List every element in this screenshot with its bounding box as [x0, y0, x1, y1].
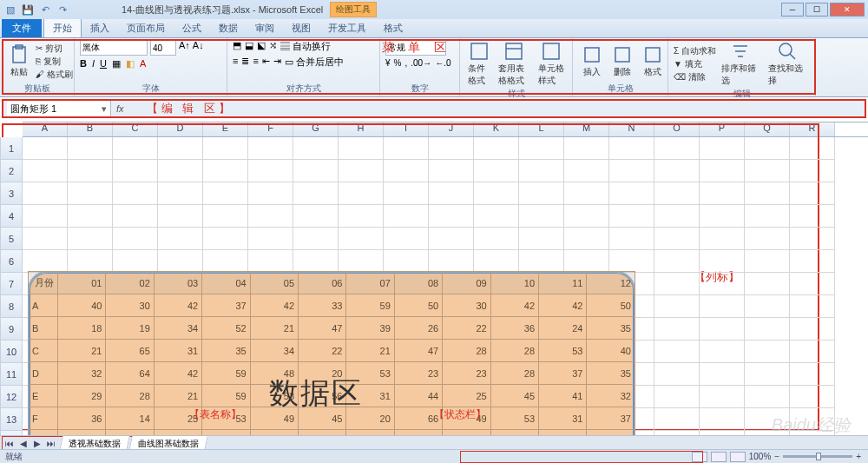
insert-cell-button[interactable]: 插入 [578, 43, 606, 79]
cell[interactable] [519, 228, 564, 250]
col-header-B[interactable]: B [68, 122, 113, 136]
row-header-6[interactable]: 6 [0, 250, 23, 273]
col-header-K[interactable]: K [474, 122, 519, 136]
cell[interactable] [158, 160, 203, 182]
cell[interactable] [293, 160, 339, 182]
cell[interactable] [113, 205, 158, 228]
cell[interactable] [654, 295, 700, 318]
cell[interactable] [474, 228, 519, 250]
cell[interactable] [700, 295, 745, 318]
col-header-O[interactable]: O [654, 122, 700, 136]
cell[interactable] [293, 228, 339, 250]
cell[interactable] [745, 250, 790, 273]
clear-button[interactable]: ⌫ 清除 [674, 71, 716, 83]
tab-layout[interactable]: 页面布局 [118, 19, 174, 37]
cell[interactable] [248, 182, 293, 205]
cell[interactable] [113, 250, 158, 273]
minimize-button[interactable]: ─ [781, 3, 804, 17]
cell[interactable] [158, 250, 203, 273]
cell[interactable] [203, 205, 248, 228]
cell[interactable] [700, 137, 745, 160]
cell[interactable] [293, 250, 339, 273]
cell[interactable] [790, 137, 835, 160]
cell[interactable] [654, 318, 700, 341]
cell[interactable] [429, 137, 474, 160]
copy-button[interactable]: ⎘ 复制 [36, 56, 73, 68]
layout-view-icon[interactable] [711, 452, 727, 462]
cell[interactable] [113, 182, 158, 205]
cell[interactable] [23, 160, 68, 182]
cell[interactable] [248, 160, 293, 182]
cell[interactable] [790, 295, 835, 318]
cell[interactable] [700, 386, 745, 408]
cell[interactable] [474, 205, 519, 228]
cell[interactable] [519, 137, 564, 160]
fill-button[interactable]: ▼ 填充 [674, 58, 716, 70]
row-header-5[interactable]: 5 [0, 228, 23, 250]
cell[interactable] [745, 408, 790, 431]
autosum-button[interactable]: Σ 自动求和 [674, 45, 716, 57]
row-header-4[interactable]: 4 [0, 205, 23, 228]
cell[interactable] [790, 318, 835, 341]
decrease-font-icon[interactable]: A↓ [193, 40, 204, 56]
cell[interactable] [23, 228, 68, 250]
cell[interactable] [158, 137, 203, 160]
cell[interactable] [564, 205, 609, 228]
cell[interactable] [519, 182, 564, 205]
cell[interactable] [248, 205, 293, 228]
cell[interactable] [384, 205, 429, 228]
cell[interactable] [113, 137, 158, 160]
tab-formula[interactable]: 公式 [174, 19, 210, 37]
cell[interactable] [68, 137, 113, 160]
cell[interactable] [564, 137, 609, 160]
cut-button[interactable]: ✂ 剪切 [36, 43, 73, 55]
cell[interactable] [745, 363, 790, 386]
col-header-M[interactable]: M [564, 122, 609, 136]
align-left-icon[interactable]: ≡ [233, 56, 238, 69]
percent-icon[interactable]: % [394, 58, 402, 68]
cell[interactable] [790, 341, 835, 363]
cell[interactable] [339, 182, 384, 205]
cell[interactable] [384, 228, 429, 250]
row-header-9[interactable]: 9 [0, 318, 23, 341]
italic-button[interactable]: I [92, 58, 95, 69]
cell[interactable] [564, 250, 609, 273]
row-header-2[interactable]: 2 [0, 160, 23, 182]
cell[interactable] [790, 182, 835, 205]
indent-dec-icon[interactable]: ⇤ [262, 56, 270, 69]
context-tab[interactable]: 绘图工具 [330, 2, 377, 17]
cell[interactable] [339, 250, 384, 273]
cell[interactable] [293, 137, 339, 160]
cell[interactable] [745, 386, 790, 408]
border-button[interactable]: ▦ [112, 58, 121, 69]
zoom-slider[interactable] [783, 455, 852, 458]
cell-style-button[interactable]: 单元格样式 [536, 40, 567, 88]
align-top-icon[interactable]: ⬒ [233, 40, 241, 53]
cell[interactable] [474, 160, 519, 182]
row-header-1[interactable]: 1 [0, 137, 23, 160]
font-name-select[interactable]: 黑体 [80, 40, 148, 56]
align-center-icon[interactable]: ≣ [241, 56, 249, 69]
zoom-in-icon[interactable]: + [856, 452, 861, 461]
cell[interactable] [790, 250, 835, 273]
bold-button[interactable]: B [80, 58, 87, 69]
cell[interactable] [68, 182, 113, 205]
cell[interactable] [519, 160, 564, 182]
decimal-inc-icon[interactable]: .00→ [411, 58, 431, 68]
cell[interactable] [339, 228, 384, 250]
cell[interactable] [68, 250, 113, 273]
cell[interactable] [745, 318, 790, 341]
cell[interactable] [68, 205, 113, 228]
cell[interactable] [113, 160, 158, 182]
col-header-H[interactable]: H [339, 122, 384, 136]
zoom-out-icon[interactable]: − [774, 452, 779, 461]
col-header-G[interactable]: G [293, 122, 339, 136]
cell[interactable] [248, 228, 293, 250]
table-format-button[interactable]: 套用表格格式 [496, 40, 533, 88]
cell[interactable] [700, 250, 745, 273]
indent-inc-icon[interactable]: ⇥ [273, 56, 281, 69]
cell[interactable] [745, 273, 790, 295]
find-select-button[interactable]: 查找和选择 [766, 40, 810, 88]
cell[interactable] [654, 363, 700, 386]
tab-home[interactable]: 开始 [43, 18, 82, 37]
